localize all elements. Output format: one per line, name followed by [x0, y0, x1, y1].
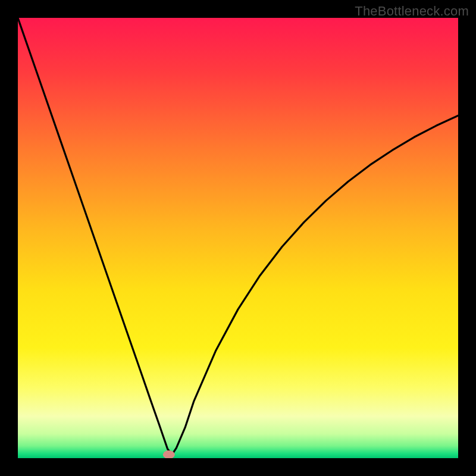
watermark-text: TheBottleneck.com [355, 4, 469, 19]
plot-area [18, 18, 458, 458]
chart-frame: TheBottleneck.com [0, 0, 476, 476]
gradient-background [18, 18, 458, 458]
bottleneck-chart [18, 18, 458, 458]
